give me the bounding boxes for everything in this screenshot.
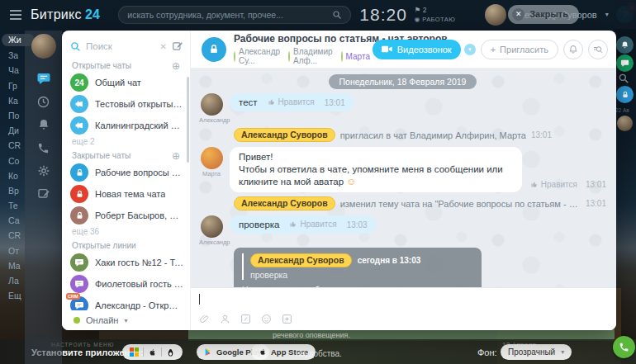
invite-button[interactable]: + Пригласить xyxy=(481,40,558,59)
notifications-bell-button[interactable] xyxy=(616,36,634,54)
section-closed-chats: Закрытые чаты ⊕ xyxy=(72,151,180,160)
sidebar-scrollbar[interactable] xyxy=(187,77,189,163)
user-menu[interactable]: Александр Суворов ✕ Закрыть ▾ xyxy=(485,4,608,26)
participant-avatar[interactable] xyxy=(234,51,235,62)
background-select[interactable]: Прозрачный ▾ xyxy=(501,344,572,360)
chat-item[interactable]: Новая тема чата xyxy=(62,183,190,205)
history-clock-icon[interactable] xyxy=(36,93,52,110)
linux-icon[interactable] xyxy=(166,347,175,357)
settings-gear-icon[interactable] xyxy=(36,163,52,179)
section-open-chats: Открытые чаты ⊕ xyxy=(72,61,180,70)
smiley-emoji: ☺ xyxy=(346,176,356,187)
messenger-profile-avatar[interactable] xyxy=(31,34,56,59)
participant-name[interactable]: Александр Су... xyxy=(239,47,280,65)
message: Марта Привет! Чтобы я ответила в чате, у… xyxy=(199,147,606,192)
windows-icon[interactable] xyxy=(130,347,139,357)
system-message: Александр Суворов изменил тему чата на "… xyxy=(234,196,606,210)
message: Александр тест Нравится 13:01 xyxy=(199,93,606,124)
user-mention-pill[interactable]: Александр Суворов xyxy=(250,253,352,267)
flag-icon: ⚑ xyxy=(415,6,421,14)
global-search-input[interactable] xyxy=(127,10,332,20)
chat-item[interactable]: Тестовый открытый чат xyxy=(62,93,190,115)
user-mention-pill[interactable]: Александр Суворов xyxy=(234,196,335,210)
rail-lock-button[interactable] xyxy=(616,86,634,103)
section-title: Открытые линии xyxy=(72,241,136,250)
messages-area: Понедельник, 18 Февраля 2019 Александр т… xyxy=(191,69,616,287)
feedback-chat-button[interactable] xyxy=(616,54,634,72)
participant-avatar[interactable] xyxy=(341,51,343,62)
user-menu-caret-icon[interactable]: ▾ xyxy=(605,11,609,18)
quoted-message-block: Александр Суворов сегодня в 13:03 провер… xyxy=(234,248,482,287)
chat-actions: Видеозвонок ▾ + Пригласить xyxy=(373,40,608,59)
add-chat-icon[interactable]: ⊕ xyxy=(172,152,180,160)
chat-main: Рабочие вопросы по статьям - чат авторов… xyxy=(191,31,616,330)
user-avatar[interactable] xyxy=(485,4,506,26)
chat-title[interactable]: Рабочие вопросы по статьям - чат авторов xyxy=(234,33,365,45)
chat-item[interactable]: Калининградский офис xyxy=(62,115,190,136)
message-author: Александр xyxy=(199,116,224,124)
quote-icon[interactable] xyxy=(240,314,251,324)
like-link[interactable]: Нравится xyxy=(268,97,315,106)
calls-phone-icon[interactable] xyxy=(36,139,52,156)
participants: Александр Су... Владимир Алф... Марта xyxy=(234,47,365,65)
apple-icon[interactable] xyxy=(148,347,157,357)
video-call-options-caret[interactable]: ▾ xyxy=(464,44,476,55)
notifications-bell-icon[interactable] xyxy=(36,116,52,133)
participant-avatar[interactable] xyxy=(288,51,290,62)
message-search-button[interactable] xyxy=(588,40,608,59)
message-bubble: тест Нравится 13:01 xyxy=(230,93,354,111)
chat-search-input[interactable] xyxy=(86,41,155,51)
like-link[interactable]: Нравится xyxy=(289,220,336,229)
rail-avatar[interactable] xyxy=(617,116,633,131)
app-logo[interactable]: Битрикс24 xyxy=(31,7,100,22)
lock-icon xyxy=(70,163,88,182)
add-chat-icon[interactable]: ⊕ xyxy=(172,62,180,70)
bitrix24-app: Битрикс24 18:20 ⚑ 2 ◉ РАБОТАЮ Александр … xyxy=(0,0,636,364)
date-separator: Понедельник, 18 Февраля 2019 xyxy=(329,74,477,89)
chats-tab-icon[interactable] xyxy=(36,70,52,87)
show-more-link[interactable]: еще 36 xyxy=(72,227,190,236)
openlines-board-icon[interactable] xyxy=(36,186,52,202)
mute-bell-button[interactable] xyxy=(563,40,583,59)
participant-name-bot[interactable]: Марта xyxy=(346,52,370,61)
background-setting-label: Фон: xyxy=(477,347,497,357)
attach-paperclip-icon[interactable] xyxy=(199,314,210,324)
desktop-apps-button[interactable] xyxy=(122,344,183,360)
participant-name[interactable]: Владимир Алф... xyxy=(293,47,333,65)
chat-item[interactable]: Роберт Басыров, Александр Су... xyxy=(62,205,190,226)
openline-item[interactable]: Фиолетовый гость №22 - Test_m... xyxy=(62,273,190,295)
emoji-smiley-icon[interactable] xyxy=(261,314,272,324)
mention-person-icon[interactable] xyxy=(220,314,230,324)
topbar: Битрикс24 18:20 ⚑ 2 ◉ РАБОТАЮ Александр … xyxy=(0,0,636,29)
show-more-link[interactable]: еще 2 xyxy=(72,137,190,146)
rail-search-icon[interactable] xyxy=(618,73,629,84)
like-link[interactable]: Нравится xyxy=(530,180,577,189)
hamburger-menu-icon[interactable] xyxy=(10,10,21,20)
clear-search-icon[interactable]: ✕ xyxy=(160,42,167,51)
apps-plus-icon[interactable] xyxy=(282,314,292,324)
background-select-value: Прозрачный xyxy=(508,347,555,357)
call-phone-button[interactable] xyxy=(613,336,635,358)
chat-lock-icon xyxy=(202,37,226,62)
system-message: Александр Суворов пригласил в чат Владим… xyxy=(234,128,606,142)
online-status-selector[interactable]: Онлайн ▾ xyxy=(62,310,190,330)
compose-icon[interactable] xyxy=(172,40,183,52)
chat-item-general[interactable]: 24 Общий чат xyxy=(62,72,190,93)
message-composer[interactable] xyxy=(191,287,616,330)
chat-item-active[interactable]: Рабочие вопросы по статьям - ч... xyxy=(62,162,190,183)
video-call-button[interactable]: Видеозвонок xyxy=(373,40,461,59)
message-avatar[interactable] xyxy=(201,93,223,116)
message: Александр проверка Нравится 13:03 xyxy=(199,215,606,246)
chat-search[interactable]: ✕ xyxy=(70,36,183,56)
clock-time[interactable]: 18:20 xyxy=(359,5,407,25)
crm-badge: CRM xyxy=(66,293,80,300)
global-search[interactable] xyxy=(118,6,351,24)
message-avatar[interactable] xyxy=(201,215,223,238)
chat-sidebar: ✕ Открытые чаты ⊕ 24 Общий чат Тестовый … xyxy=(62,31,191,330)
user-mention-pill[interactable]: Александр Суворов xyxy=(234,128,335,142)
openline-item[interactable]: Хаки гость №12 - Test_metrika xyxy=(62,252,190,273)
work-status-block[interactable]: ⚑ 2 ◉ РАБОТАЮ xyxy=(415,6,455,23)
close-slider-button[interactable]: ✕ Закрыть xyxy=(508,5,579,24)
message-avatar[interactable] xyxy=(201,147,223,169)
message-bubble: проверка Нравится 13:03 xyxy=(230,215,377,234)
